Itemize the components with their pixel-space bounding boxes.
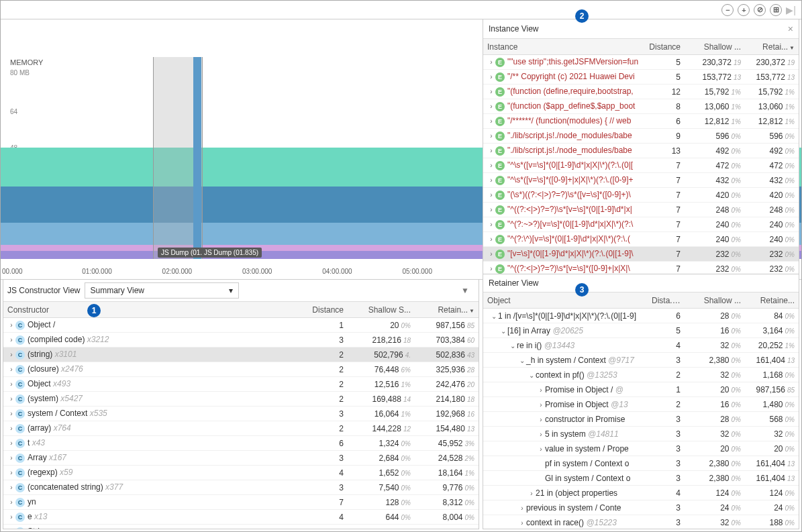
- play-icon[interactable]: ▶|: [786, 5, 796, 15]
- col-retain[interactable]: Retai...▼: [745, 42, 799, 52]
- col-distance[interactable]: Distance: [644, 42, 685, 52]
- constructor-row[interactable]: ›Csystem / Context x535316,0641%192,9681…: [3, 407, 479, 421]
- retainer-row[interactable]: ›5 in system @148113320%320%: [483, 427, 799, 441]
- reset-icon[interactable]: ⊞: [770, 4, 782, 16]
- annotation-badge-1: 1: [87, 304, 101, 317]
- x-tick: 03:00.000: [241, 268, 321, 275]
- retainer-row[interactable]: ›context in race() @152233320%1880%: [483, 515, 799, 529]
- instance-row[interactable]: ›E"^((?:<|>)?=?)\s*[v=\s]*([0-9]+|x|X|\7…: [483, 262, 799, 274]
- annotation-badge-2: 2: [575, 9, 589, 23]
- chevron-down-icon: ▾: [229, 286, 233, 295]
- retainer-row[interactable]: ›21 in (object properties41240%1240%: [483, 486, 799, 500]
- constructor-row[interactable]: ›CObject / 1200%987,15685: [3, 318, 479, 333]
- instance-row[interactable]: ›E"[v=\s]*(0|[1-9]\d*|x|X|\*)(?:\.(0|[1-…: [483, 247, 799, 262]
- retainer-row[interactable]: ⌄re in i() @134434320%20,2521%: [483, 338, 799, 353]
- x-tick: 05:00.000: [401, 268, 481, 275]
- retainer-row[interactable]: ›value in system / Prope3200%200%: [483, 441, 799, 456]
- instance-row[interactable]: ›E"^(?:~>?)[v=\s]*(0|[1-9]\d*|x|X|\*)(?:…: [483, 217, 799, 232]
- instance-row[interactable]: ›E"(function ($app_define$,$app_boot813,…: [483, 99, 799, 114]
- col-retain[interactable]: Retain...▼: [415, 305, 479, 315]
- instance-row[interactable]: ›E"/******/ (function(modules) { // web6…: [483, 114, 799, 129]
- constructor-row[interactable]: ›C(array) x7642144,22812154,48013: [3, 421, 479, 436]
- instance-row[interactable]: ›E""use strip";this.getJSFMVersion=fun52…: [483, 55, 799, 70]
- constructor-view-label: JS Constructor View: [7, 286, 81, 295]
- instance-row[interactable]: ›E"^\s*([v=\s]*([0-9]+|x|X|\*)(?:\.([0-9…: [483, 173, 799, 188]
- retainer-row[interactable]: ›Promise in Object @132160%1,4800%: [483, 397, 799, 412]
- constructor-row[interactable]: ›CObject x493212,5161%242,47620: [3, 377, 479, 392]
- x-tick: 01:00.000: [81, 268, 160, 275]
- zoom-in-icon[interactable]: +: [738, 4, 750, 16]
- retainer-row[interactable]: ›Promise in Object / @1200%987,15685: [483, 382, 799, 397]
- instance-row[interactable]: ›E"(function (define,require,bootstrap,1…: [483, 85, 799, 99]
- constructor-table-head: Constructor Distance Shallow S... Retain…: [3, 302, 479, 318]
- retainer-row[interactable]: ⌄_h in system / Context @971732,3800%161…: [483, 353, 799, 368]
- constructor-row[interactable]: ›C(closure) x2476276,4486%325,93628: [3, 362, 479, 377]
- x-tick: 02:00.000: [161, 268, 241, 275]
- annotation-badge-3: 3: [575, 283, 589, 297]
- right-panels: Instance View × Instance Distance Shallo…: [483, 19, 799, 529]
- instance-row[interactable]: ›E"^((?:<|>)?=?)\s*[v=\s]*(0|[1-9]\d*|x|…: [483, 203, 799, 217]
- col-instance[interactable]: Instance: [483, 42, 644, 52]
- sort-indicator-icon: ▼: [789, 45, 795, 51]
- instance-view-title: Instance View: [489, 24, 539, 34]
- col-object[interactable]: Object: [483, 296, 648, 305]
- col-shallow[interactable]: Shallow ...: [685, 42, 745, 52]
- sort-indicator-icon: ▼: [469, 308, 474, 314]
- constructor-row[interactable]: ›C(system) x54272169,48814214,18018: [3, 392, 479, 407]
- retainer-row[interactable]: ›previous in system / Conte3240%240%: [483, 500, 799, 515]
- snapshot-marker: [193, 57, 201, 259]
- retainer-row[interactable]: ›constructor in Promise3280%5680%: [483, 412, 799, 427]
- instance-row[interactable]: ›E"^\s*([v=\s]*(0|[1-9]\d*|x|X|\*)(?:\.(…: [483, 158, 799, 173]
- x-tick: 04:00.000: [321, 268, 401, 275]
- constructor-row[interactable]: ›C(compiled code) x32123218,21618703,384…: [3, 333, 479, 348]
- zoom-fit-icon[interactable]: ⊘: [754, 4, 766, 16]
- constructor-row[interactable]: ›Ct x4361,3240%45,9523%: [3, 436, 479, 451]
- constructor-view: JS Constructor View Summary View ▾ ▼ Con…: [3, 279, 479, 529]
- retainer-row[interactable]: ⌄context in pf() @132532320%1,1680%: [483, 368, 799, 382]
- instance-row[interactable]: ›E"./lib/script.js!./node_modules/babe95…: [483, 129, 799, 144]
- col-distance[interactable]: Distance: [301, 305, 348, 315]
- instance-row[interactable]: ›E"(\s*)((?:<|>)?=?)\s*([v=\s]*([0-9]+)\…: [483, 188, 799, 203]
- retainer-row[interactable]: ⌄[16] in Array @206255160%3,1640%: [483, 323, 799, 338]
- retainer-view-title: Retainer View: [489, 278, 538, 288]
- top-toolbar: − + ⊘ ⊞ ▶|: [1, 1, 801, 19]
- col-distance[interactable]: Dista...▲: [648, 296, 685, 305]
- constructor-row[interactable]: ›CArray x16732,6840%24,5282%: [3, 451, 479, 466]
- filter-icon[interactable]: ▼: [456, 286, 474, 295]
- constructor-row[interactable]: ›C(regexp) x5941,6520%18,1641%: [3, 466, 479, 480]
- instance-row[interactable]: ›E"/** Copyright (c) 2021 Huawei Devi515…: [483, 70, 799, 85]
- view-select[interactable]: Summary View ▾: [85, 282, 239, 299]
- instance-view: Instance View × Instance Distance Shallo…: [483, 19, 799, 274]
- col-shallow[interactable]: Shallow S...: [348, 305, 415, 315]
- constructor-row[interactable]: ›C(string) x31012502,7964.502,83643: [3, 348, 479, 362]
- instance-row[interactable]: ›E"^(?:\^)[v=\s]*(0|[1-9]\d*|x|X|\*)(?:\…: [483, 232, 799, 247]
- retainer-row[interactable]: Gl in system / Context o32,3800%161,4041…: [483, 471, 799, 486]
- constructor-row[interactable]: ›CString 3160%7,4320%: [3, 525, 479, 529]
- col-retain[interactable]: Retaine...: [745, 296, 799, 305]
- instance-row[interactable]: ›E"./lib/script.js!./node_modules/babe13…: [483, 144, 799, 158]
- constructor-view-header: JS Constructor View Summary View ▾ ▼: [3, 280, 479, 302]
- col-shallow[interactable]: Shallow ...: [685, 296, 745, 305]
- retainer-view: Retainer View Object Dista...▲ Shallow .…: [483, 274, 799, 529]
- dump-label: JS Dump (01. JS Dump (01.835): [158, 248, 262, 258]
- retainer-row[interactable]: ⌄1 in /[v=\s]*(0|[1-9]\d*|x|X|\*)(?:\.(0…: [483, 309, 799, 323]
- retainer-row[interactable]: pf in system / Context o32,3800%161,4041…: [483, 456, 799, 471]
- constructor-row[interactable]: ›C(concatenated string) x37737,5400%9,77…: [3, 480, 479, 495]
- constructor-row[interactable]: ›Ce x1346440%8,0040%: [3, 510, 479, 525]
- x-tick: 00.000: [1, 268, 81, 275]
- view-select-value: Summary View: [91, 286, 144, 295]
- close-icon[interactable]: ×: [788, 23, 793, 34]
- constructor-row[interactable]: ›Cyn 71280%8,3120%: [3, 495, 479, 510]
- col-constructor[interactable]: Constructor: [3, 305, 301, 315]
- zoom-out-icon[interactable]: −: [721, 4, 734, 16]
